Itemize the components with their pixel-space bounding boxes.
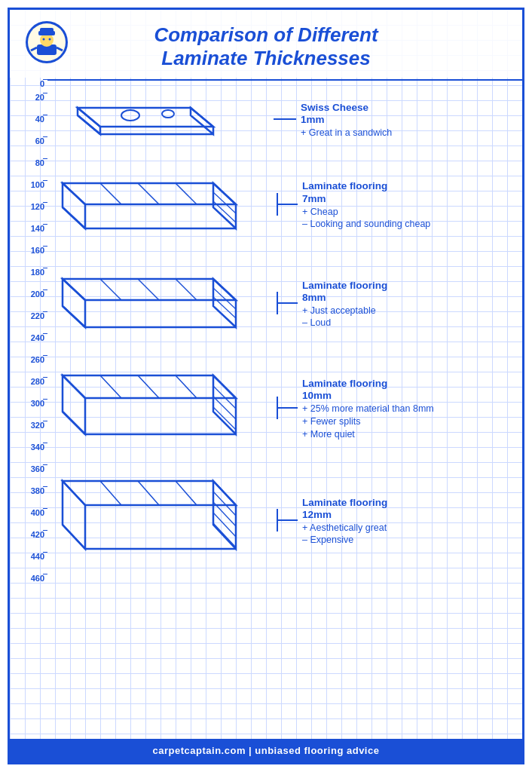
cheese-pro-0: + Great in a sandwich: [301, 127, 522, 138]
chart-area: 0 20 40 60 80 100 120 140 160 180 200 22…: [10, 78, 522, 739]
y-tick-460: 460: [10, 574, 47, 596]
svg-line-34: [63, 306, 85, 327]
y-tick-80: 80: [10, 158, 47, 180]
svg-line-61: [63, 525, 85, 549]
diagram-section: Swiss Cheese 1mm + Great in a sandwich: [47, 78, 522, 731]
y-tick-120: 120: [10, 202, 47, 224]
board-8mm-size: 8mm: [302, 292, 522, 303]
board-10mm-pro-0: + 25% more material than 8mm: [302, 403, 522, 414]
footer-bar: carpetcaptain.com | unbiased flooring ad…: [10, 739, 522, 762]
item-row-7mm: Laminate flooring 7mm + Cheap – Looking …: [47, 161, 522, 247]
svg-marker-32: [63, 279, 85, 327]
board-7mm-drawing: [47, 161, 274, 247]
board-8mm-name: Laminate flooring: [302, 279, 522, 293]
board-8mm-drawing: [47, 258, 274, 348]
svg-point-16: [162, 110, 174, 118]
board-7mm-pro-0: + Cheap: [302, 207, 522, 217]
y-tick-340: 340: [10, 443, 47, 464]
item-row-8mm: Laminate flooring 8mm + Just acceptable …: [47, 258, 522, 348]
svg-marker-12: [191, 108, 213, 134]
y-tick-380: 380: [10, 486, 47, 508]
svg-marker-33: [213, 279, 236, 327]
y-tick-0: 0: [10, 79, 47, 93]
board-10mm-pro-1: + Fewer splits: [302, 416, 522, 427]
svg-point-7: [49, 38, 51, 41]
board-7mm-con-0: – Looking and sounding cheap: [302, 219, 522, 229]
header: Comparison of Different Laminate Thickne…: [10, 10, 522, 78]
svg-line-23: [100, 183, 121, 204]
svg-line-50: [138, 375, 159, 398]
board-8mm-con-0: – Loud: [302, 317, 522, 328]
y-tick-200: 200: [10, 290, 47, 311]
svg-line-38: [176, 279, 197, 300]
footer-text: carpetcaptain.com | unbiased flooring ad…: [153, 745, 380, 756]
page-title: Comparison of Different Laminate Thickne…: [25, 23, 507, 70]
main-border: Comparison of Different Laminate Thickne…: [8, 8, 524, 764]
board-12mm-pro-0: + Aesthetically great: [302, 522, 522, 533]
y-tick-40: 40: [10, 115, 47, 136]
item-row-10mm: Laminate flooring 10mm + 25% more materi…: [47, 359, 522, 457]
cheese-name: Swiss Cheese: [301, 101, 522, 115]
svg-marker-60: [213, 481, 236, 549]
svg-line-49: [100, 375, 121, 398]
svg-line-63: [100, 481, 121, 505]
y-tick-100: 100: [10, 180, 47, 202]
svg-line-37: [138, 279, 159, 300]
board-8mm-pro-0: + Just acceptable: [302, 305, 522, 316]
svg-point-6: [43, 38, 45, 41]
svg-point-15: [121, 110, 139, 121]
y-tick-220: 220: [10, 311, 47, 333]
board-8mm-label: Laminate flooring 8mm + Just acceptable …: [298, 279, 522, 329]
board-10mm-size: 10mm: [302, 390, 522, 401]
y-tick-280: 280: [10, 377, 47, 399]
y-tick-400: 400: [10, 508, 47, 530]
logo: [25, 20, 69, 64]
board-12mm-drawing: [47, 467, 274, 573]
item-row-12mm: Laminate flooring 12mm + Aesthetically g…: [47, 467, 522, 573]
svg-line-47: [63, 412, 85, 434]
y-tick-20: 20: [10, 93, 47, 115]
board-10mm-name: Laminate flooring: [302, 377, 522, 391]
board-12mm-con-0: – Expensive: [302, 535, 522, 545]
svg-line-68: [213, 513, 236, 537]
board-12mm-size: 12mm: [302, 509, 522, 520]
content-area: Comparison of Different Laminate Thickne…: [10, 10, 522, 762]
board-10mm-label: Laminate flooring 10mm + 25% more materi…: [298, 377, 522, 440]
svg-line-69: [213, 523, 236, 547]
y-tick-360: 360: [10, 464, 47, 486]
svg-line-64: [138, 481, 159, 505]
board-10mm-pro-2: + More quiet: [302, 429, 522, 440]
svg-line-65: [176, 481, 197, 505]
svg-marker-45: [63, 375, 85, 434]
cheese-size: 1mm: [301, 114, 522, 125]
svg-marker-19: [63, 183, 85, 228]
svg-marker-58: [63, 481, 236, 505]
cheese-drawing: [47, 93, 274, 146]
svg-line-25: [176, 183, 197, 204]
svg-line-24: [138, 183, 159, 204]
board-10mm-drawing: [47, 359, 274, 457]
y-tick-420: 420: [10, 530, 47, 552]
svg-line-66: [213, 492, 236, 516]
svg-line-21: [63, 207, 85, 228]
board-7mm-name: Laminate flooring: [302, 179, 522, 193]
y-tick-60: 60: [10, 136, 47, 158]
svg-line-39: [213, 288, 236, 309]
y-tick-160: 160: [10, 246, 47, 268]
y-tick-240: 240: [10, 333, 47, 355]
y-tick-140: 140: [10, 224, 47, 246]
cheese-label: Swiss Cheese 1mm + Great in a sandwich: [296, 101, 522, 139]
y-tick-180: 180: [10, 268, 47, 290]
board-7mm-label: Laminate flooring 7mm + Cheap – Looking …: [298, 179, 522, 229]
y-tick-300: 300: [10, 399, 47, 421]
y-tick-440: 440: [10, 552, 47, 574]
svg-line-54: [213, 407, 236, 430]
item-row-cheese: Swiss Cheese 1mm + Great in a sandwich: [47, 93, 522, 146]
svg-line-51: [176, 375, 197, 398]
board-12mm-name: Laminate flooring: [302, 496, 522, 510]
svg-marker-20: [213, 183, 236, 228]
y-tick-260: 260: [10, 355, 47, 377]
svg-rect-5: [40, 28, 54, 34]
board-7mm-size: 7mm: [302, 193, 522, 204]
y-tick-320: 320: [10, 421, 47, 443]
